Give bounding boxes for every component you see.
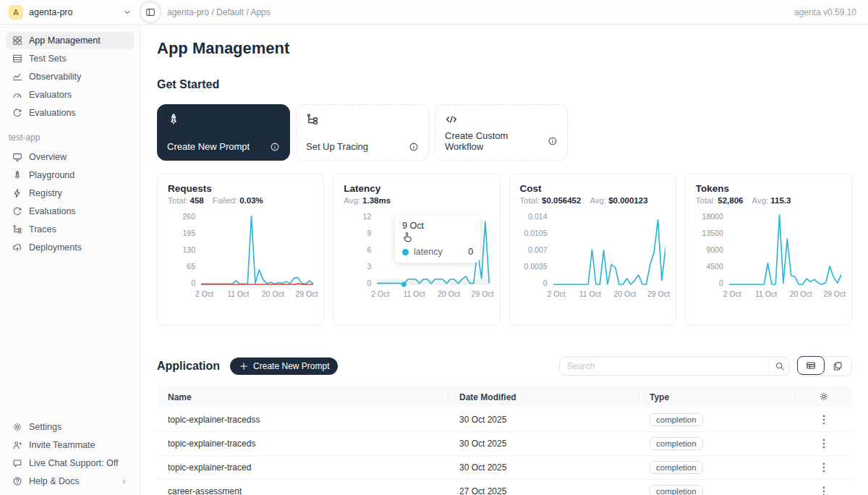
- info-icon[interactable]: [409, 142, 419, 152]
- row-name: career-assessment: [157, 486, 448, 495]
- view-toggle: [797, 356, 852, 376]
- sidebar-app-section-label: test-app: [6, 122, 135, 148]
- workspace-avatar: A: [9, 5, 23, 20]
- table-settings-button[interactable]: [796, 392, 852, 403]
- row-type: completion: [639, 461, 796, 474]
- sidebar-item-observability[interactable]: Observability: [6, 68, 135, 85]
- sidebar-item-settings[interactable]: Settings: [6, 418, 135, 436]
- sidebar-item-help-docs[interactable]: Help & Docs: [6, 473, 135, 490]
- column-header-type[interactable]: Type: [639, 392, 796, 403]
- info-icon[interactable]: [270, 142, 280, 152]
- sidebar-item-evaluations[interactable]: Evaluations: [6, 104, 135, 122]
- sidebar-item-traces[interactable]: Traces: [6, 221, 135, 238]
- card-view-button[interactable]: [824, 357, 851, 376]
- column-header-name[interactable]: Name: [157, 392, 448, 403]
- table-row[interactable]: topic-explainer-traceds 30 Oct 2025 comp…: [157, 432, 852, 456]
- chart-title: Requests: [168, 183, 313, 194]
- stat: Failed:0.03%: [213, 196, 263, 205]
- get-started-card-label: Set Up Tracing: [306, 141, 368, 152]
- row-menu-button[interactable]: [817, 413, 830, 426]
- sidebar-item-test-sets[interactable]: Test Sets: [6, 50, 135, 67]
- sidebar-item-deployments[interactable]: Deployments: [6, 239, 135, 256]
- chart-plot[interactable]: 2 Oct11 Oct20 Oct29 Oct: [201, 212, 313, 300]
- y-tick-label: 260: [182, 212, 195, 221]
- row-date-modified: 27 Oct 2025: [448, 486, 639, 495]
- evals-icon: [12, 108, 22, 118]
- x-tick-label: 29 Oct: [823, 289, 846, 298]
- row-name: topic-explainer-tracedss: [157, 415, 448, 425]
- y-tick-label: 18000: [702, 212, 723, 221]
- sidebar-item-playground[interactable]: Playground: [6, 166, 135, 184]
- chart-plot[interactable]: 2 Oct11 Oct20 Oct29 Oct: [729, 212, 841, 300]
- row-menu-button[interactable]: [817, 485, 830, 495]
- table-row[interactable]: career-assessment 27 Oct 2025 completion: [157, 480, 852, 495]
- row-name: topic-explainer-traceds: [157, 439, 448, 449]
- sidebar-item-registry[interactable]: Registry: [6, 185, 135, 202]
- table-row[interactable]: topic-explainer-traced 30 Oct 2025 compl…: [157, 456, 852, 480]
- search-button[interactable]: [769, 358, 789, 375]
- type-badge: completion: [650, 437, 703, 450]
- x-tick-label: 2 Oct: [548, 289, 566, 298]
- y-axis: 0.0140.01050.0070.00350: [520, 212, 548, 287]
- sidebar-item-invite-teammate[interactable]: Invite Teammate: [6, 436, 135, 454]
- sidebar-item-label: Registry: [29, 188, 62, 198]
- row-type: completion: [639, 413, 796, 426]
- x-tick-label: 11 Oct: [579, 289, 601, 298]
- search-input[interactable]: [560, 361, 769, 371]
- get-started-card-create-new-prompt[interactable]: Create New Prompt: [157, 104, 290, 161]
- requests-chart-card: Requests Total:458Failed:0.03% 260195130…: [157, 174, 324, 326]
- table-view-icon: [806, 360, 816, 371]
- y-tick-label: 0.0035: [524, 262, 547, 271]
- get-started-card-create-custom-workflow[interactable]: Create Custom Workflow: [435, 104, 568, 161]
- sidebar-item-evaluators[interactable]: Evaluators: [6, 86, 135, 103]
- tooltip-value: 0: [468, 247, 473, 257]
- table-row[interactable]: topic-explainer-tracedss 30 Oct 2025 com…: [157, 408, 852, 432]
- tokens-chart-card: Tokens Total:52,806Avg:115.3 18000135009…: [685, 174, 852, 326]
- rocket-icon: [12, 170, 22, 180]
- monitor-icon: [12, 152, 22, 162]
- sidebar-item-live-chat-support-off[interactable]: Live Chat Support: Off: [6, 454, 135, 472]
- info-icon[interactable]: [548, 136, 558, 146]
- stat: Total:$0.056452: [520, 196, 582, 205]
- tooltip-date: 9 Oct: [402, 221, 473, 231]
- sidebar-item-app-management[interactable]: App Management: [6, 32, 135, 49]
- evals-icon: [12, 206, 22, 216]
- workspace-selector[interactable]: A agenta-pro: [0, 5, 141, 20]
- cloudup-icon: [12, 242, 22, 253]
- search-icon: [775, 361, 785, 371]
- breadcrumb[interactable]: agenta-pro / Default / Apps: [167, 7, 271, 17]
- application-heading: Application: [157, 360, 220, 373]
- create-new-prompt-button[interactable]: Create New Prompt: [230, 358, 338, 375]
- cost-chart-card: Cost Total:$0.056452Avg:$0.000123 0.0140…: [509, 174, 676, 326]
- chart-plot[interactable]: 2 Oct11 Oct20 Oct29 Oct: [553, 212, 665, 300]
- sidebar-item-overview[interactable]: Overview: [6, 148, 135, 166]
- chart-plot[interactable]: 9 Oct latency 0 2 Oct11 Oct20 Oct29 Oct: [377, 212, 489, 300]
- row-menu-button[interactable]: [817, 461, 830, 474]
- row-menu-button[interactable]: [817, 437, 830, 450]
- table-view-button[interactable]: [797, 356, 825, 375]
- hand-cursor-icon: [401, 231, 414, 244]
- chat-icon: [12, 458, 22, 468]
- x-tick-label: 11 Oct: [755, 289, 777, 298]
- sidebar-item-label: Evaluators: [29, 90, 72, 100]
- stat: Avg:115.3: [752, 196, 791, 205]
- series-dot: [402, 249, 409, 255]
- y-tick-label: 0: [367, 279, 371, 287]
- sidebar-item-evaluations[interactable]: Evaluations: [6, 203, 135, 220]
- type-badge: completion: [650, 413, 703, 426]
- sidebar-collapse-button[interactable]: [141, 3, 160, 22]
- x-tick-label: 11 Oct: [403, 289, 425, 298]
- page-title: App Management: [157, 39, 852, 58]
- tooltip-series-name: latency: [414, 247, 443, 257]
- get-started-card-set-up-tracing[interactable]: Set Up Tracing: [296, 104, 429, 161]
- column-header-date-modified[interactable]: Date Modified: [448, 392, 639, 403]
- type-badge: completion: [650, 485, 703, 495]
- chevron-right-icon: [120, 478, 128, 486]
- y-tick-label: 0: [543, 279, 548, 287]
- latency-chart-card: Latency Avg:1.38ms 129630 9 Oct latency …: [333, 174, 500, 326]
- sidebar-panel-icon: [145, 7, 156, 17]
- top-bar: A agenta-pro agenta-pro / Default / Apps…: [0, 0, 868, 25]
- y-tick-label: 12: [363, 212, 372, 221]
- chart-stats: Total:52,806Avg:115.3: [696, 196, 841, 205]
- y-tick-label: 0.014: [528, 212, 547, 221]
